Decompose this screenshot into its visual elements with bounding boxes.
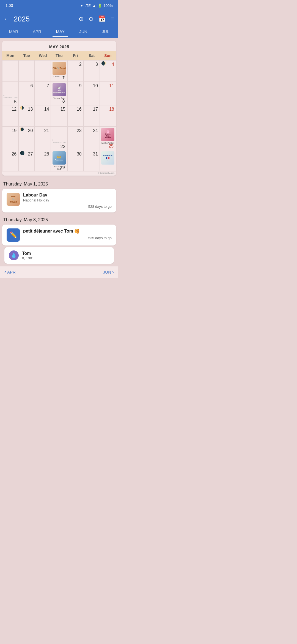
victory-day-image: 🕊️ MAI VICTOIRE 1945	[53, 83, 66, 96]
date-30: 30	[77, 151, 82, 157]
zoom-in-button[interactable]: ⊕	[79, 15, 84, 23]
cell-may-5[interactable]: © Calendar2U.com 5	[2, 82, 18, 105]
zoom-out-button[interactable]: ⊖	[89, 15, 94, 23]
date-14: 14	[44, 107, 49, 112]
cell-may-20[interactable]: 🌘 20	[18, 127, 35, 150]
cell-may-13[interactable]: 🌗 13	[18, 105, 35, 127]
date-18: 18	[109, 107, 114, 112]
day-header-wed: Wed	[35, 51, 51, 60]
next-month-button[interactable]: JUN ›	[103, 269, 114, 275]
breakfast-content: petit déjeuner avec Tom 🥞 535 days to go	[23, 228, 112, 240]
date-7: 7	[47, 83, 49, 88]
cell-may-9[interactable]: 9	[67, 82, 84, 105]
cell-may-14[interactable]: 14	[35, 105, 51, 127]
event-list: Thursday, May 1, 2025 Fête 🔧 Travail Lab…	[2, 178, 116, 264]
cell-may-4[interactable]: 🌒 4	[100, 60, 116, 82]
cell-may-12[interactable]: 12	[2, 105, 18, 127]
labour-day-card[interactable]: Fête 🔧 Travail Labour Day National Holid…	[2, 189, 116, 212]
battery-icon: 🔋	[98, 4, 102, 8]
person-info-tom: Tom 8, 1981	[22, 251, 109, 260]
signal-icon: ▲	[92, 4, 96, 8]
prev-arrow-icon: ‹	[4, 269, 6, 275]
date-17: 17	[93, 107, 98, 112]
date-10: 10	[93, 83, 98, 88]
date-22: 22	[61, 144, 65, 149]
person-avatar-tom: 💧	[9, 250, 19, 260]
tab-jun[interactable]: JUN	[76, 27, 90, 37]
year-title: 2025	[14, 15, 76, 23]
lte-label: LTE	[84, 4, 91, 8]
cell-may-15[interactable]: 15	[51, 105, 67, 127]
breakfast-title: petit déjeuner avec Tom 🥞	[23, 228, 112, 234]
date-31: 31	[93, 151, 98, 157]
cell-may-29[interactable]: 🙌 Ascension Ascension Day 29	[51, 150, 67, 171]
person-name-tom: Tom	[22, 251, 109, 256]
prev-month-button[interactable]: ‹ APR	[4, 269, 16, 275]
cell-may-31-sun[interactable]: FRANCE 🇫🇷 ⌨️	[100, 150, 116, 171]
cell-may-11[interactable]: 11	[100, 82, 116, 105]
cell-may-31[interactable]: 31	[84, 150, 100, 171]
cell-may-25[interactable]: 🌸 Bonne Fête Maman Mother's Day 25	[100, 127, 116, 150]
date-19: 19	[12, 128, 16, 133]
cell-may-26[interactable]: 26	[2, 150, 18, 171]
day-header-mon: Mon	[2, 51, 18, 60]
person-card-tom[interactable]: 💧 Tom 8, 1981	[4, 247, 114, 264]
date-13: 13	[28, 107, 33, 112]
date-3: 3	[95, 62, 98, 67]
cell-may-10[interactable]: 10	[84, 82, 100, 105]
labour-day-content: Labour Day National Holiday 528 days to …	[23, 193, 112, 209]
list-view-button[interactable]: ≡	[111, 15, 114, 23]
back-button[interactable]: ←	[4, 15, 10, 23]
tab-jul[interactable]: JUL	[99, 27, 113, 37]
date-12: 12	[12, 107, 16, 112]
moon-icon-27: 🌑	[20, 151, 24, 155]
calendar-title: MAY 2025	[2, 41, 116, 51]
labour-day-countdown: 528 days to go	[23, 204, 112, 209]
date-6: 6	[30, 83, 33, 88]
event-date-header-may1: Thursday, May 1, 2025	[2, 178, 116, 189]
tab-apr[interactable]: APR	[29, 27, 45, 37]
cell-may-28[interactable]: 28	[35, 150, 51, 171]
month-tabs: MAR APR MAY JUN JUL	[0, 27, 118, 38]
calendar-grid: Fête 🔧 Travail Labour Day 1 2 3 🌒 4 © Ca…	[2, 60, 116, 171]
cell-may-17[interactable]: 17	[84, 105, 100, 127]
cell-may-7[interactable]: 7	[35, 82, 51, 105]
cell-may-19[interactable]: 19	[2, 127, 18, 150]
breakfast-card[interactable]: ✏️ petit déjeuner avec Tom 🥞 535 days to…	[2, 225, 116, 245]
cell-empty-3	[35, 60, 51, 82]
wifi-icon: ▾	[81, 4, 83, 8]
battery-label: 100%	[104, 4, 113, 8]
cell-may-18[interactable]: 18	[100, 105, 116, 127]
cell-empty-2	[18, 60, 35, 82]
tab-mar[interactable]: MAR	[6, 27, 21, 37]
france-image: FRANCE 🇫🇷 ⌨️	[101, 151, 114, 165]
day-header-fri: Fri	[67, 51, 84, 60]
cell-may-8[interactable]: 🕊️ MAI VICTOIRE 1945 Victory Day 8	[51, 82, 67, 105]
date-25: 25	[109, 143, 114, 149]
day-header-sun: Sun	[100, 51, 116, 60]
cell-may-2[interactable]: 2	[67, 60, 84, 82]
day-header-tue: Tue	[18, 51, 35, 60]
cell-may-27[interactable]: 🌑 27	[18, 150, 35, 171]
next-month-label: JUN	[103, 270, 111, 274]
calendar-container: MAY 2025 Mon Tue Wed Thu Fri Sat Sun Fêt…	[2, 41, 116, 176]
date-11: 11	[109, 83, 114, 88]
cell-may-23[interactable]: 23	[67, 127, 84, 150]
day-header-thu: Thu	[51, 51, 67, 60]
cell-may-1[interactable]: Fête 🔧 Travail Labour Day 1	[51, 60, 67, 82]
cell-may-30[interactable]: 30	[67, 150, 84, 171]
date-15: 15	[61, 107, 65, 112]
moon-icon-20: 🌘	[20, 127, 24, 131]
status-bar: 1:00 ▾ LTE ▲ 🔋 100%	[0, 0, 118, 11]
cell-may-6[interactable]: 6	[18, 82, 35, 105]
next-arrow-icon: ›	[112, 269, 114, 275]
date-1: 1	[62, 75, 65, 80]
cell-may-16[interactable]: 16	[67, 105, 84, 127]
tab-may[interactable]: MAY	[53, 27, 68, 37]
cell-may-22[interactable]: © Calendar2U.com 22	[51, 127, 67, 150]
calendar-view-button[interactable]: 📅	[98, 15, 106, 23]
cell-may-21[interactable]: 21	[35, 127, 51, 150]
cell-may-24[interactable]: 24	[84, 127, 100, 150]
date-4: 4	[112, 62, 114, 67]
cell-may-3[interactable]: 3	[84, 60, 100, 82]
